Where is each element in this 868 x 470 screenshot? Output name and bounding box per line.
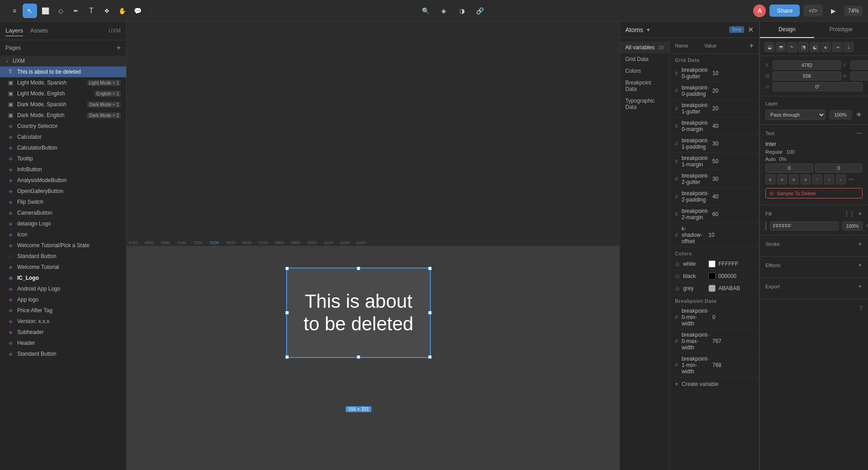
- layer-ic-logo[interactable]: ◈ IC_Logo: [0, 273, 126, 283]
- align-center-v-button[interactable]: ⬕: [810, 42, 820, 52]
- text-more-options[interactable]: ⋯: [848, 174, 855, 184]
- layer-country-selector[interactable]: ◈ Country Selector: [0, 121, 126, 132]
- var-row[interactable]: # k-shadow-offset 10: [670, 223, 759, 247]
- layer-price-after-tag[interactable]: ◈ Price After Tag: [0, 305, 126, 316]
- handle-ml[interactable]: [285, 311, 289, 315]
- prototype-button[interactable]: ▶: [826, 4, 841, 18]
- var-row[interactable]: # breakpoint-0-gutter 10: [670, 65, 759, 82]
- layer-app-logo[interactable]: ◈ App logo: [0, 294, 126, 305]
- layer-version[interactable]: ◈ Version: x.x.x: [0, 316, 126, 327]
- fill-color-swatch[interactable]: [765, 221, 766, 230]
- text-section-expand[interactable]: ⋯: [855, 129, 863, 137]
- blend-mode-select[interactable]: Pass through: [765, 110, 826, 120]
- var-row[interactable]: # breakpoint-1-min-width 768: [670, 353, 759, 377]
- layer-header[interactable]: ◈ Header: [0, 338, 126, 348]
- add-export-button[interactable]: +: [858, 282, 863, 291]
- var-row[interactable]: # breakpoint-2-margin 60: [670, 206, 759, 223]
- layer-subheader[interactable]: ◈ Subheader: [0, 327, 126, 338]
- distribute-v-button[interactable]: ⇣: [844, 42, 854, 52]
- component-tool[interactable]: ❖: [99, 4, 114, 18]
- coord-r-input[interactable]: [773, 82, 863, 91]
- sample-delete-badge[interactable]: ◎ Sample To Delete: [765, 188, 863, 198]
- layer-flip-switch[interactable]: ◈ Flip Switch: [0, 197, 126, 207]
- inspect-tool[interactable]: 🔍: [419, 4, 433, 18]
- text-valign-bottom[interactable]: ↓: [836, 174, 846, 184]
- atoms-nav-typographic[interactable]: Typographic Data: [620, 95, 669, 113]
- link-tool[interactable]: 🔗: [473, 4, 487, 18]
- layer-dark-mode-spanish[interactable]: ▣ Dark Mode, Spanish Dark Mode + 1: [0, 99, 126, 110]
- layer-welcome-tutorial-pick[interactable]: ◈ Welcome Tutorial/Pick a State: [0, 240, 126, 251]
- layer-open-gallery[interactable]: ◈ OpenGalleryButton: [0, 186, 126, 197]
- var-row[interactable]: # breakpoint-1-padding 30: [670, 135, 759, 153]
- atoms-close-button[interactable]: ✕: [748, 25, 754, 34]
- layer-this-is-about-to-be-deleted[interactable]: T This is about to be deleted: [0, 66, 126, 77]
- align-center-h-button[interactable]: ⬒: [776, 42, 786, 52]
- coord-y-input[interactable]: [850, 61, 868, 70]
- theme-tool[interactable]: ◑: [455, 4, 469, 18]
- text-tool[interactable]: T: [84, 4, 99, 18]
- pen-tool[interactable]: ✒: [69, 4, 83, 18]
- layer-light-mode-spanish[interactable]: ▣ Light Mode, Spanish Light Mode + 1: [0, 77, 126, 88]
- layer-calculator[interactable]: ◈ Calculator: [0, 132, 126, 142]
- text-valign-middle[interactable]: ↕: [824, 174, 834, 184]
- add-fill-button[interactable]: +: [858, 210, 863, 218]
- tab-prototype[interactable]: Prototype: [814, 22, 868, 38]
- add-effect-button[interactable]: +: [858, 261, 863, 269]
- align-top-button[interactable]: ⬔: [798, 42, 808, 52]
- handle-br[interactable]: [428, 355, 432, 359]
- fill-visibility-toggle[interactable]: 👁: [866, 223, 868, 230]
- handle-bl[interactable]: [285, 355, 289, 359]
- align-right-button[interactable]: ⬑: [787, 42, 797, 52]
- code-button[interactable]: </>: [803, 5, 823, 17]
- var-row[interactable]: # breakpoint-0-padding 20: [670, 82, 759, 100]
- align-bottom-button[interactable]: ⬖: [821, 42, 831, 52]
- handle-mt[interactable]: [357, 267, 360, 270]
- menu-button[interactable]: ≡: [7, 4, 22, 18]
- add-stroke-button[interactable]: +: [858, 240, 863, 248]
- text-align-justify[interactable]: ≡: [801, 174, 811, 184]
- var-row[interactable]: # breakpoint-0-max-width 767: [670, 329, 759, 353]
- color-row-white[interactable]: ◎ white FFFFFF: [670, 258, 759, 270]
- var-row[interactable]: # breakpoint-2-padding 40: [670, 188, 759, 206]
- styles-tool[interactable]: ◈: [437, 4, 451, 18]
- text-align-left[interactable]: ≡: [765, 174, 775, 184]
- hand-tool[interactable]: ✋: [115, 4, 129, 18]
- fill-hex-input[interactable]: [770, 221, 839, 230]
- text-valign-top[interactable]: ↑: [812, 174, 822, 184]
- opacity-input[interactable]: [829, 110, 852, 119]
- text-align-right[interactable]: ≡: [789, 174, 799, 184]
- selected-frame[interactable]: This is about to be deleted: [286, 268, 431, 358]
- shape-tool[interactable]: ◇: [53, 4, 68, 18]
- var-row[interactable]: # breakpoint-0-min-width 0: [670, 306, 759, 329]
- layer-android-app-logo[interactable]: ◈ Android App Logo: [0, 283, 126, 294]
- atoms-nav-grid-data[interactable]: Grid Data: [620, 53, 669, 65]
- tab-design[interactable]: Design: [760, 22, 814, 38]
- spacing-2-input[interactable]: [815, 164, 863, 173]
- add-page-button[interactable]: +: [117, 44, 121, 52]
- visibility-toggle[interactable]: 👁: [855, 111, 863, 119]
- fill-opacity-input[interactable]: [842, 221, 863, 230]
- create-variable-button[interactable]: + Create variable: [670, 377, 759, 391]
- handle-tl[interactable]: [285, 267, 289, 270]
- frame-tool[interactable]: ⬜: [38, 4, 52, 18]
- atoms-nav-breakpoint-data[interactable]: Breakpoint Data: [620, 77, 669, 95]
- var-row[interactable]: # breakpoint-0-margin 40: [670, 118, 759, 135]
- layer-calculator-button[interactable]: ◈ CalculatorButton: [0, 142, 126, 153]
- color-row-grey[interactable]: ◎ grey ABABAB: [670, 282, 759, 295]
- layer-info-button[interactable]: ◈ InfoButton: [0, 164, 126, 175]
- handle-mb[interactable]: [357, 355, 360, 359]
- coord-x-input[interactable]: [773, 61, 841, 70]
- comment-tool[interactable]: 💬: [130, 4, 145, 18]
- layer-icon[interactable]: ◈ Icon: [0, 229, 126, 240]
- layer-tooltip[interactable]: ◈ Tooltip: [0, 153, 126, 164]
- fill-grid-icon[interactable]: ⋮⋮: [843, 210, 856, 218]
- handle-mr[interactable]: [428, 311, 432, 315]
- layer-dark-mode-english[interactable]: ▣ Dark Mode, English Dark Mode + 1: [0, 110, 126, 121]
- share-button[interactable]: Share: [769, 5, 800, 17]
- align-left-button[interactable]: ⬓: [764, 42, 774, 52]
- page-uxm[interactable]: ✓ UXM: [0, 56, 126, 66]
- add-variable-button[interactable]: +: [750, 42, 754, 50]
- var-row[interactable]: # breakpoint-1-margin 50: [670, 153, 759, 170]
- coord-h-input[interactable]: [850, 71, 868, 80]
- font-style[interactable]: Regular: [765, 149, 783, 155]
